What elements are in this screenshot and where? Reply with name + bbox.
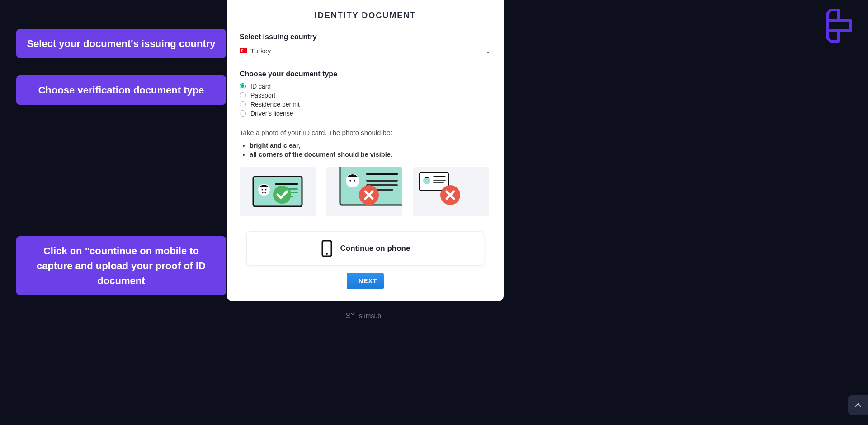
example-bad-cropped	[326, 167, 402, 216]
doc-type-label: Choose your document type	[240, 70, 491, 78]
chevron-down-icon: ⌄	[486, 47, 491, 55]
svg-rect-21	[433, 180, 446, 181]
svg-point-3	[265, 189, 267, 191]
country-select[interactable]: Turkey ⌄	[240, 45, 491, 58]
radio-label: Residence permit	[250, 101, 300, 108]
requirement-tail: ,	[299, 142, 301, 149]
chevron-up-icon	[854, 401, 862, 409]
callout-text: Click on "countinue on mobile to capture…	[37, 245, 206, 286]
radio-icon	[240, 92, 246, 98]
radio-icon	[240, 110, 246, 117]
svg-rect-22	[433, 182, 444, 183]
radio-id-card[interactable]: ID card	[240, 82, 491, 91]
country-value: Turkey	[250, 47, 271, 55]
continue-on-phone-label: Continue on phone	[340, 244, 410, 253]
callout-text: Select your document's issuing country	[27, 38, 215, 49]
radio-label: Driver's license	[250, 110, 293, 117]
requirement-item: all corners of the document should be vi…	[250, 150, 491, 159]
svg-rect-13	[366, 173, 398, 175]
country-label: Select issuing country	[240, 33, 491, 41]
radio-drivers-license[interactable]: Driver's license	[240, 109, 491, 118]
radio-residence-permit[interactable]: Residence permit	[240, 100, 491, 109]
requirement-tail: .	[391, 151, 392, 158]
provider-brand-text: sumsub	[359, 312, 381, 319]
scroll-to-top-button[interactable]	[848, 395, 868, 415]
requirement-item: bright and clear,	[250, 141, 491, 150]
id-good-illustration-icon	[250, 174, 305, 209]
brand-logo-icon	[826, 8, 854, 43]
photo-instruction: Take a photo of your ID card. The photo …	[240, 129, 491, 136]
continue-on-phone-button[interactable]: Continue on phone	[246, 231, 484, 266]
id-bad-small-illustration-icon	[413, 167, 489, 216]
svg-point-26	[347, 313, 349, 316]
radio-label: Passport	[250, 92, 275, 99]
svg-point-12	[354, 180, 355, 181]
example-good	[240, 167, 316, 216]
callout-continue-instruction: Click on "countinue on mobile to capture…	[16, 236, 226, 295]
callout-country-instruction: Select your document's issuing country	[16, 29, 226, 58]
turkey-flag-icon	[240, 48, 247, 53]
photo-examples-row	[240, 167, 491, 216]
next-button-label: NEXT	[359, 277, 377, 285]
callout-text: Choose verification document type	[38, 84, 204, 96]
provider-brand: sumsub	[344, 312, 381, 320]
photo-requirements-list: bright and clear, all corners of the doc…	[250, 141, 491, 159]
radio-icon	[240, 101, 246, 107]
svg-point-8	[273, 186, 291, 204]
svg-rect-4	[275, 183, 298, 185]
radio-label: ID card	[250, 83, 271, 90]
svg-rect-14	[366, 180, 398, 182]
card-title: IDENTITY DOCUMENT	[240, 11, 491, 20]
sumsub-logo-icon	[344, 312, 355, 320]
phone-icon	[321, 240, 333, 257]
svg-rect-20	[433, 176, 446, 177]
svg-point-2	[262, 189, 263, 191]
requirement-bold: all corners of the document should be vi…	[250, 151, 391, 158]
radio-passport[interactable]: Passport	[240, 91, 491, 100]
identity-document-card: IDENTITY DOCUMENT Select issuing country…	[227, 0, 504, 301]
svg-point-11	[349, 180, 351, 181]
next-button[interactable]: NEXT	[347, 273, 384, 289]
id-bad-crop-illustration-icon	[326, 167, 402, 216]
svg-point-25	[326, 253, 328, 255]
country-value-wrap: Turkey	[240, 47, 271, 55]
callout-doctype-instruction: Choose verification document type	[16, 75, 226, 105]
example-bad-small	[413, 167, 489, 216]
requirement-bold: bright and clear	[250, 142, 299, 149]
doc-type-radio-group: ID card Passport Residence permit Driver…	[240, 82, 491, 118]
radio-icon	[240, 83, 246, 89]
